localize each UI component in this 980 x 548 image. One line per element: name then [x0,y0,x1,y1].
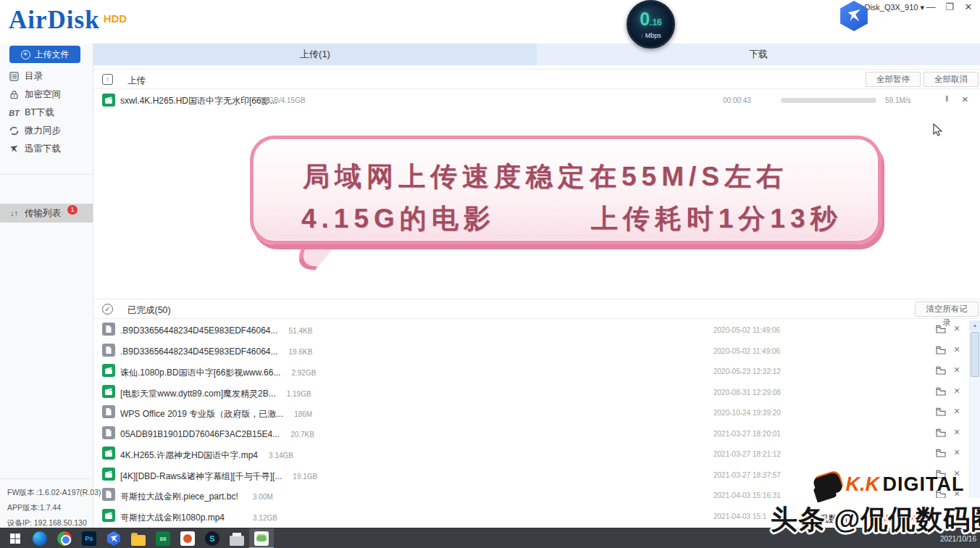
file-name: .B9D33656448234D45E983EDF46064... [120,325,289,336]
file-size: 3.00M [253,493,273,501]
file-name: 诛仙.1080p.BD国语中字[66影视www.66... [120,367,291,379]
file-size: 19.6KB [289,348,313,356]
remove-record-icon[interactable]: × [954,405,960,417]
completed-timestamp: 2021-04-03 15:16:31 [713,491,781,499]
logo-text: AirDisk [9,6,100,34]
sidebar-item-label: 传输列表 [25,207,61,220]
sidebar-item-verysync[interactable]: 微力同步 [0,122,93,140]
video-file-icon [102,447,115,460]
sidebar-item-label: 微力同步 [25,125,61,137]
file-icon [102,488,115,501]
sidebar-item-label: 目录 [25,70,43,83]
taskbar-file-explorer-icon[interactable] [126,528,151,548]
file-name: 4K.H265.许愿神龙HD国语中字.mp4 [120,449,269,462]
maximize-button[interactable]: ❐ [944,1,955,13]
pause-icon[interactable]: ‖ [945,94,949,103]
taskbar-thunder-icon[interactable] [101,528,126,548]
sidebar-item-bt-download[interactable]: BTBT下载 [0,104,93,122]
cancel-all-button[interactable]: 全部取消 [924,72,979,87]
remove-record-icon[interactable]: × [954,385,960,397]
gauge-value: 0 [640,9,650,29]
check-circle-icon[interactable]: ✓ [102,304,113,315]
minimize-button[interactable]: — [925,1,937,13]
speed-gauge: 0.16 ↓Mbps [627,0,675,49]
completed-timestamp: 2021-03-27 18:20:01 [713,430,781,438]
completed-rows: .B9D33656448234D45E983EDF46064...51.4KB2… [93,320,980,528]
upload-box-icon[interactable]: ↑ [102,74,113,85]
upload-speed: 59.1M/s [885,96,911,104]
remove-record-icon[interactable]: × [954,426,960,438]
taskbar-start-icon[interactable] [3,528,28,548]
open-folder-icon[interactable] [936,346,946,354]
remove-record-icon[interactable]: × [954,447,960,458]
clear-all-records-button[interactable]: 清空所有记录 [915,302,979,317]
file-name: 哥斯拉大战金刚.piece_part.bc! [120,491,253,503]
open-folder-icon[interactable] [936,407,946,416]
file-size: 20.7KB [290,431,314,439]
progress-bar [781,98,876,103]
taskbar-green-app-icon[interactable]: 88 [151,528,175,548]
completed-file-row: 诛仙.1080p.BD国语中字[66影视www.66...2.92GB2020-… [93,361,980,382]
main-content: ↑ 上传 全部暂停 全部取消 sxwl.4K.H265.HD国语中字无水印[66… [93,65,980,528]
annotation-bubble: 局域网上传速度稳定在55M/S左右 4.15G的电影 上传耗时1分13秒 [250,136,881,244]
completed-file-row: .B9D33656448234D45E983EDF46064...51.4KB2… [93,320,980,341]
open-folder-icon[interactable] [936,387,946,396]
sidebar-item-encrypted-space[interactable]: 加密空间 [0,86,93,104]
mouse-cursor [933,123,942,137]
microphone-icon [813,471,844,499]
open-folder-icon[interactable] [936,428,946,437]
upload-file-button[interactable]: + 上传文件 [9,46,80,63]
gauge-fraction: .16 [650,17,662,28]
taskbar-icons: Ps88S [3,528,274,548]
file-icon [102,405,115,418]
scrollbar-thumb[interactable] [971,332,979,377]
taskbar-printer-icon[interactable] [225,528,249,548]
bt-icon: BT [9,107,20,118]
sidebar: + 上传文件 目录加密空间BTBT下载微力同步迅雷下载↓↑传输列表1 FW版本 … [0,43,93,528]
scroll-up-icon[interactable]: ▲ [970,320,980,331]
sidebar-item-label: 加密空间 [25,88,61,101]
completed-file-row: .B9D33656448234D45E983EDF46064...19.6KB2… [93,341,980,362]
file-size: 186M [294,410,312,418]
pause-all-button[interactable]: 全部暂停 [866,72,921,87]
completed-file-row: 4K.H265.许愿神龙HD国语中字.mp43.14GB2021-03-27 1… [93,444,980,465]
taskbar-chrome-icon[interactable] [52,528,77,548]
taskbar-photoshop-icon[interactable]: Ps [77,528,101,548]
sidebar-item-directory[interactable]: 目录 [0,67,93,86]
remove-record-icon[interactable]: × [954,344,960,355]
fw-version: FW版本 :1.6.02-A197(R.03) [7,485,93,500]
remove-record-icon[interactable]: × [954,364,960,375]
cancel-icon[interactable]: × [962,93,968,105]
file-size: 19.1GB [293,473,317,481]
remove-record-icon[interactable]: × [954,323,960,334]
logo-hdd-badge: HDD [104,12,127,25]
open-folder-icon[interactable] [936,325,946,333]
device-info: FW版本 :1.6.02-A197(R.03) APP版本:1.7.44 设备I… [0,478,93,531]
completed-section-header: ✓ 已完成(50) 清空所有记录 [93,299,980,319]
taskbar-s-app-icon[interactable]: S [200,528,225,548]
airdisk-app-window: AirDiskHDD 0.16 ↓Mbps AirDisk_Q3X_910 ▾ … [0,0,980,548]
open-folder-icon[interactable] [936,366,946,375]
video-file-icon [102,94,115,107]
taskbar-edge-icon[interactable] [28,528,52,548]
sidebar-item-thunder-download[interactable]: 迅雷下载 [0,140,93,158]
uploading-file-row: sxwl.4K.H265.HD国语中字无水印[66影... 2.52GB/4.1… [93,90,980,112]
taskbar-photo-viewer-icon[interactable] [175,528,200,548]
file-size: 51.4KB [289,327,313,335]
completed-timestamp: 2020-08-31 12:29:08 [713,389,781,397]
completed-file-row: WPS Office 2019 专业版（政府版，已激...186M2020-10… [93,402,980,423]
upload-section-header: ↑ 上传 全部暂停 全部取消 [93,69,980,89]
tab-download[interactable]: 下载 [537,43,980,65]
close-button[interactable]: ✕ [963,1,974,13]
scrollbar[interactable]: ▲ ▼ [969,320,980,527]
transfer-tabs: 上传(1) 下载 [93,43,980,65]
file-name: [电影天堂www.dytt89.com]魔发精灵2B... [120,388,287,400]
completed-file-row: 05ADB91B1901DD76046F3AC2B15E4...20.7KB20… [93,423,980,444]
tab-upload[interactable]: 上传(1) [93,43,537,65]
list-icon [9,71,20,82]
taskbar-airdisk-app-icon[interactable] [249,528,274,548]
file-name: 05ADB91B1901DD76046F3AC2B15E4... [120,429,290,439]
kk-digital-logo: K.K DIGITAL [815,473,964,496]
sidebar-item-transfer-list[interactable]: ↓↑传输列表1 [0,204,93,223]
open-folder-icon[interactable] [936,449,946,457]
